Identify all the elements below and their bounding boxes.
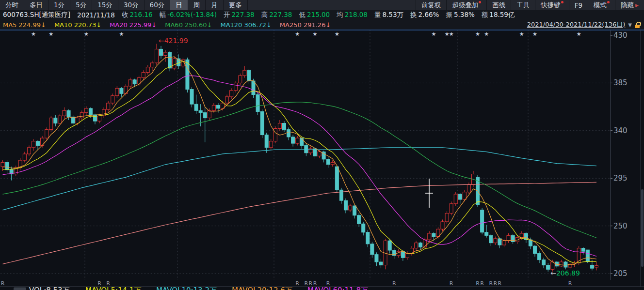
ma-legend-MA250: MA250 291.26↓ (280, 21, 331, 29)
price-tick-label: 250 (613, 222, 628, 230)
period-button-60分[interactable]: 60分 (145, 0, 171, 10)
candlestick-chart[interactable]: 430385340295250205★★★★★★★★★★★★★★★RRRRRRR… (0, 30, 644, 290)
svg-text:R: R (568, 280, 572, 287)
period-button-周[interactable]: 周 (188, 0, 206, 10)
price-tick-label: 205 (613, 269, 628, 278)
tool-button-超级叠加[interactable]: 超级叠加 (446, 0, 486, 10)
expand-right-icon: ▶ (635, 3, 639, 8)
ma-legend-items: MA5 224.99↓MA10 220.73↓MA20 225.99↓MA60 … (3, 21, 339, 29)
svg-text:R: R (392, 280, 396, 287)
quote-field-高: 高227.38 (261, 11, 292, 19)
svg-text:★: ★ (475, 31, 480, 37)
quote-fields: 收216.16幅-6.02%(-13.84)开227.38高227.38低215… (122, 11, 515, 19)
svg-text:R: R (1, 280, 5, 287)
tool-button-前复权[interactable]: 前复权 (416, 0, 447, 10)
svg-text:MAVOL10:13.2万: MAVOL10:13.2万 (156, 286, 217, 290)
stock-code: 600763.SH[通策医疗] (3, 11, 70, 19)
svg-text:★: ★ (431, 31, 436, 37)
tools-button-group: 前复权超级叠加画线工具快捷键F9模式隐藏▶ (416, 0, 644, 10)
quote-field-振: 振5.38% (446, 11, 474, 19)
period-button-5分[interactable]: 5分 (70, 0, 92, 10)
svg-text:★: ★ (577, 31, 581, 37)
quote-info-bar: 600763.SH[通策医疗] 2021/11/18 收216.16幅-6.02… (0, 10, 644, 20)
svg-text:★: ★ (335, 31, 339, 37)
svg-text:★: ★ (532, 31, 537, 37)
chevron-down-icon[interactable]: ▼ (628, 22, 632, 28)
tool-button-工具[interactable]: 工具 (511, 0, 535, 10)
ma-legend-MA10: MA10 220.73↓ (54, 21, 101, 29)
svg-text:R: R (295, 280, 299, 287)
tool-button-隐藏[interactable]: 隐藏▶ (615, 0, 644, 10)
volume-pane-button[interactable] (14, 288, 26, 290)
quote-field-收: 收216.16 (122, 11, 153, 19)
quote-field-均: 均218.08 (337, 11, 368, 19)
svg-text:MAVOL20:12.6万: MAVOL20:12.6万 (232, 286, 292, 290)
period-button-多日[interactable]: 多日 (24, 0, 48, 10)
scrollbar-handle[interactable] (641, 189, 644, 267)
trade-date: 2021/11/18 (77, 11, 115, 19)
svg-text:R: R (450, 280, 453, 287)
period-button-15分[interactable]: 15分 (92, 0, 118, 10)
ma-legend-MA120: MA120 306.72↓ (220, 21, 271, 29)
notification-dot-icon (561, 1, 564, 3)
svg-text:R: R (476, 280, 480, 287)
quote-field-幅: 幅-6.02%(-13.84) (160, 11, 217, 19)
period-button-月[interactable]: 月 (206, 0, 224, 10)
svg-text:★: ★ (484, 31, 489, 37)
svg-text:★: ★ (449, 31, 454, 37)
tool-button-模式[interactable]: 模式 (588, 0, 615, 10)
svg-text:★: ★ (84, 31, 89, 37)
svg-text:MAVOL5:14.1万: MAVOL5:14.1万 (85, 286, 141, 290)
svg-text:VOL:8.53万: VOL:8.53万 (29, 286, 70, 290)
max-price-annotation: ←421.99 (159, 37, 188, 45)
svg-text:MAVOL60:11.8万: MAVOL60:11.8万 (307, 286, 368, 290)
svg-text:★: ★ (313, 31, 318, 37)
price-tick-label: 430 (613, 31, 628, 40)
svg-text:★: ★ (119, 31, 124, 37)
chart-canvas[interactable]: 430385340295250205★★★★★★★★★★★★★★★RRRRRRR… (0, 30, 644, 290)
svg-text:★: ★ (31, 31, 36, 37)
period-button-group: 分时多日1分5分15分30分60分日周月更多 (0, 0, 248, 10)
quote-field-低: 低215.00 (299, 11, 330, 19)
period-button-更多[interactable]: 更多 (224, 0, 248, 10)
notification-dot-icon (607, 1, 610, 3)
ma-legend-MA20: MA20 225.99↓ (110, 21, 157, 29)
notification-dot-icon (479, 1, 481, 3)
trading-app-window: 分时多日1分5分15分30分60分日周月更多 前复权超级叠加画线工具快捷键F9模… (0, 0, 644, 290)
period-button-分时[interactable]: 分时 (0, 0, 24, 10)
svg-text:R: R (480, 280, 484, 287)
svg-text:★: ★ (295, 31, 300, 37)
ma-legend-MA5: MA5 224.99↓ (3, 21, 46, 29)
quote-field-量: 量8.53万 (374, 11, 403, 19)
period-button-1分[interactable]: 1分 (48, 0, 70, 10)
price-tick-label: 340 (613, 126, 628, 135)
price-tick-label: 385 (613, 78, 628, 87)
tool-button-F9[interactable]: F9 (569, 0, 588, 10)
period-button-日[interactable]: 日 (170, 0, 188, 10)
ma-legend-bar: MA5 224.99↓MA10 220.73↓MA20 225.99↓MA60 … (0, 20, 644, 30)
open-lock-icon[interactable] (635, 22, 640, 28)
svg-text:R: R (489, 280, 493, 287)
svg-text:R: R (498, 280, 502, 287)
svg-text:★: ★ (519, 31, 524, 37)
svg-text:★: ★ (48, 31, 53, 37)
tool-button-快捷键[interactable]: 快捷键 (535, 0, 569, 10)
ma-legend-MA60: MA60 250.60↓ (165, 21, 212, 29)
quote-field-额: 额18.59亿 (482, 11, 515, 19)
tool-button-画线[interactable]: 画线 (486, 0, 511, 10)
date-range-selector[interactable]: 2021/04/30-2021/11/22(136日) ▼ (527, 20, 640, 29)
date-range-text[interactable]: 2021/04/30-2021/11/22(136日) (527, 20, 626, 29)
quote-field-换: 换2.66% (410, 11, 439, 19)
period-button-30分[interactable]: 30分 (118, 0, 145, 10)
quote-field-开: 开227.38 (224, 11, 255, 19)
price-tick-label: 295 (613, 174, 628, 183)
period-toolbar: 分时多日1分5分15分30分60分日周月更多 前复权超级叠加画线工具快捷键F9模… (0, 0, 644, 10)
svg-text:R: R (494, 280, 498, 287)
min-price-annotation: ←206.89 (550, 269, 580, 277)
